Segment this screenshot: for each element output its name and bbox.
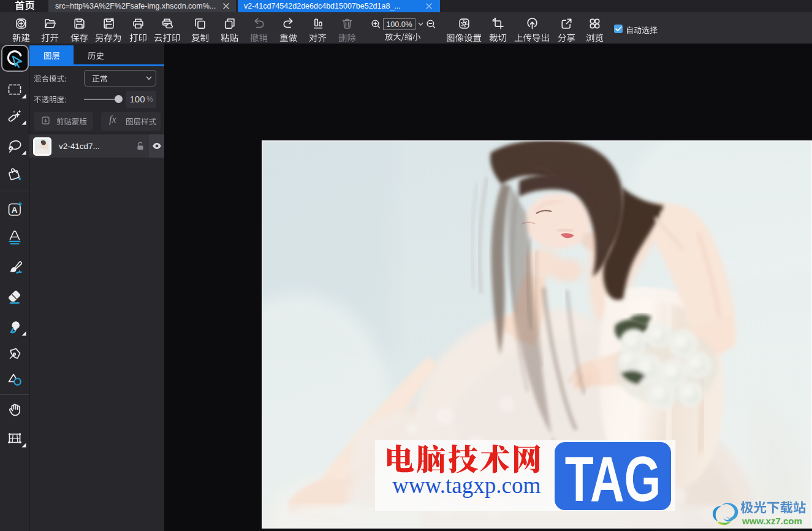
svg-text:www.tagxp.com: www.tagxp.com	[392, 473, 541, 498]
svg-text:A: A	[12, 205, 18, 215]
svg-text:TAG: TAG	[565, 443, 661, 514]
svg-text:www.xz7.com: www.xz7.com	[742, 516, 802, 526]
